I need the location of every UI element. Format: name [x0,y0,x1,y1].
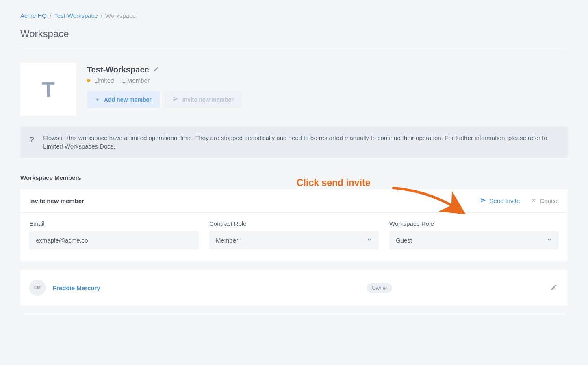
breadcrumb-org-link[interactable]: Acme HQ [20,12,47,19]
contract-role-label: Contract Role [209,220,379,227]
contract-role-select[interactable]: Member [209,231,379,249]
breadcrumb-workspace-link[interactable]: Test-Workspace [54,12,98,19]
pencil-icon[interactable] [153,66,159,73]
email-input[interactable] [29,231,199,249]
workspace-avatar: T [20,63,76,116]
breadcrumb: Acme HQ / Test-Workspace / Workspace [20,12,568,19]
send-invite-button[interactable]: Send Invite [480,197,520,204]
breadcrumb-separator: / [50,12,51,19]
chevron-down-icon [367,237,372,244]
workspace-name: Test-Workspace [87,65,149,74]
member-avatar: FM [29,280,46,296]
add-new-member-button[interactable]: Add new member [87,91,160,108]
invite-card-title: Invite new member [29,197,84,204]
cancel-label: Cancel [540,197,559,204]
member-row: FM Freddie Mercury Owner [20,270,568,306]
paper-plane-icon [173,96,178,103]
cancel-button[interactable]: Cancel [531,197,559,204]
members-heading: Workspace Members [20,174,568,181]
status-label: Limited [94,77,114,84]
plus-icon [95,96,100,103]
member-name-link[interactable]: Freddie Mercury [53,284,100,291]
question-icon: ? [29,133,34,144]
breadcrumb-current: Workspace [105,12,136,19]
send-invite-label: Send Invite [489,197,520,204]
chevron-down-icon [547,237,552,244]
paper-plane-icon [480,197,486,204]
breadcrumb-separator: / [101,12,102,19]
workspace-role-select[interactable]: Guest [389,231,559,249]
info-banner: ? Flows in this workspace have a limited… [20,126,568,158]
member-card: FM Freddie Mercury Owner [20,270,568,306]
close-icon [531,197,536,204]
member-count: 1 Member [122,77,150,84]
workspace-role-label: Workspace Role [389,220,559,227]
role-badge: Owner [367,283,392,293]
invite-card: Invite new member Send Invite Cancel [20,189,568,262]
status-dot-icon [87,79,90,82]
page-title: Workspace [20,28,568,39]
workspace-role-value: Guest [396,237,412,244]
pencil-icon[interactable] [551,284,557,292]
contract-role-value: Member [216,237,238,244]
add-new-member-label: Add new member [104,96,152,103]
invite-new-member-label: Invite new member [182,96,234,103]
divider [20,46,568,46]
divider [20,314,568,314]
invite-new-member-button: Invite new member [165,91,242,108]
info-banner-text: Flows in this workspace have a limited o… [43,133,559,151]
email-label: Email [29,220,199,227]
